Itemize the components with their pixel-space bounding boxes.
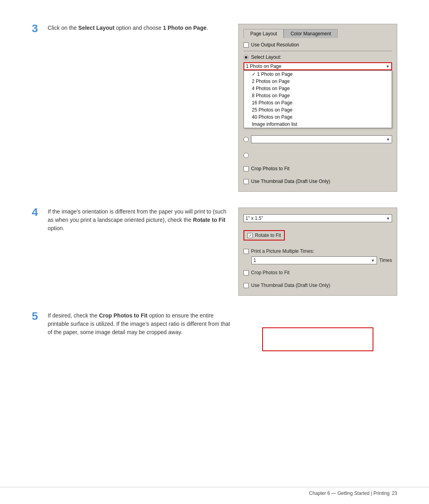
layout-radio-3-button[interactable] — [243, 153, 249, 158]
dropdown-item-25photo[interactable]: 25 Photos on Page — [244, 106, 392, 113]
step-3-widget: Page Layout Color Management Use Output … — [238, 24, 397, 192]
layout-dropdown-container: 1 Photo on Page ▼ 1 Photo on Page 2 Phot… — [243, 62, 392, 70]
tab-color-management[interactable]: Color Management — [284, 29, 338, 38]
dropdown-item-8photo[interactable]: 8 Photos on Page — [244, 92, 392, 99]
step-5-number: 5 — [32, 310, 48, 323]
layout-radio-3 — [243, 153, 392, 158]
footer-chapter: Chapter 6 — Getting Started | Printing — [309, 491, 390, 496]
step-3-body: Click on the Select Layout option and ch… — [48, 24, 238, 32]
crop-photos-fit-label-1: Crop Photos to Fit — [251, 166, 290, 171]
step-5: 5 If desired, check the Crop Photos to F… — [32, 312, 397, 351]
size-select-value: 1" x 1.5" — [245, 215, 263, 221]
step-4-body: If the image's orientation is different … — [48, 208, 238, 233]
select-layout-row: Select Layout: — [243, 54, 392, 60]
footer-text: Chapter 6 — Getting Started | Printing 2… — [309, 491, 397, 496]
print-multiple-row: Print a Picture Multiple Times: — [243, 248, 392, 254]
step-3-text: Click on the Select Layout option and ch… — [48, 24, 230, 32]
step-4-widget: 1" x 1.5" ▼ ✓ Rotate to Fit Print a Pict… — [238, 208, 397, 296]
thumbnail-data-checkbox-1[interactable] — [243, 179, 249, 184]
use-output-resolution-label: Use Output Resolution — [251, 42, 299, 48]
times-row: 1 ▼ Times — [251, 256, 392, 264]
print-multiple-checkbox[interactable] — [243, 249, 249, 254]
crop-photos-fit-checkbox-1[interactable] — [243, 166, 249, 171]
dropdown-item-4photo[interactable]: 4 Photos on Page — [244, 85, 392, 92]
layout-dropdown-trigger[interactable]: 1 Photo on Page ▼ — [243, 62, 392, 70]
step-4-text: If the image's orientation is different … — [48, 208, 230, 233]
dropdown-item-16photo[interactable]: 16 Photos on Page — [244, 99, 392, 106]
layout-dropdown-value: 1 Photo on Page — [246, 63, 281, 69]
page-footer: Chapter 6 — Getting Started | Printing 2… — [0, 487, 429, 496]
step-4-number: 4 — [32, 206, 48, 219]
layout-select-2[interactable]: ▼ — [251, 135, 392, 143]
step-3-number: 3 — [32, 22, 48, 35]
step-5-placeholder — [238, 319, 397, 351]
layout-dropdown-list: 1 Photo on Page 2 Photos on Page 4 Photo… — [243, 70, 392, 128]
layout-select-row-2: ▼ — [251, 135, 392, 143]
layout-select-2-arrow: ▼ — [386, 137, 390, 142]
thumbnail-data-label-1: Use Thumbnail Data (Draft Use Only) — [251, 179, 330, 184]
rotate-to-fit-checkbox[interactable]: ✓ — [247, 233, 253, 238]
size-select-row: 1" x 1.5" ▼ — [243, 214, 392, 222]
step-5-body: If desired, check the Crop Photos to Fit… — [48, 312, 238, 337]
step-5-widget — [238, 312, 397, 351]
dropdown-item-imginfo[interactable]: Image information list — [244, 121, 392, 128]
use-output-resolution-checkbox[interactable] — [243, 42, 249, 48]
panel-divider-1 — [243, 51, 392, 51]
tab-page-layout[interactable]: Page Layout — [243, 29, 284, 38]
step-3: 3 Click on the Select Layout option and … — [32, 24, 397, 192]
thumbnail-data-row-2: Use Thumbnail Data (Draft Use Only) — [243, 283, 392, 288]
thumbnail-data-label-2: Use Thumbnail Data (Draft Use Only) — [251, 283, 330, 288]
times-select-value: 1 — [253, 258, 256, 263]
times-select[interactable]: 1 ▼ — [251, 256, 377, 264]
layout-dropdown-arrow: ▼ — [386, 64, 390, 69]
step-4-panel: 1" x 1.5" ▼ ✓ Rotate to Fit Print a Pict… — [238, 208, 397, 296]
crop-photos-fit-label-2: Crop Photos to Fit — [251, 270, 290, 275]
footer-page: 23 — [392, 491, 397, 496]
rotate-to-fit-box: ✓ Rotate to Fit — [243, 230, 285, 240]
dropdown-item-2photo[interactable]: 2 Photos on Page — [244, 78, 392, 85]
thumbnail-data-row-1: Use Thumbnail Data (Draft Use Only) — [243, 179, 392, 184]
rotate-to-fit-label: Rotate to Fit — [255, 233, 281, 238]
layout-radio-2: ▼ — [243, 134, 392, 145]
select-layout-label: Select Layout: — [251, 54, 281, 60]
step-5-rectangle — [262, 327, 373, 351]
times-label: Times — [379, 258, 392, 263]
step-5-text: If desired, check the Crop Photos to Fit… — [48, 312, 230, 337]
dropdown-item-40photo[interactable]: 40 Photos on Page — [244, 113, 392, 121]
use-output-resolution-row: Use Output Resolution — [243, 42, 392, 48]
crop-photos-fit-row-2: Crop Photos to Fit — [243, 270, 392, 275]
step-4: 4 If the image's orientation is differen… — [32, 208, 397, 296]
crop-photos-fit-row-1: Crop Photos to Fit — [243, 166, 392, 171]
crop-photos-fit-checkbox-2[interactable] — [243, 270, 249, 275]
layout-radio-2-button[interactable] — [243, 137, 249, 142]
times-select-arrow: ▼ — [371, 258, 375, 263]
select-layout-radio[interactable] — [243, 55, 249, 60]
size-select[interactable]: 1" x 1.5" ▼ — [243, 214, 392, 222]
thumbnail-data-checkbox-2[interactable] — [243, 283, 249, 288]
panel-tabs: Page Layout Color Management — [243, 29, 392, 38]
step-3-panel: Page Layout Color Management Use Output … — [238, 24, 397, 192]
dropdown-item-1photo[interactable]: 1 Photo on Page — [244, 71, 392, 78]
size-select-arrow: ▼ — [386, 216, 390, 221]
print-multiple-label: Print a Picture Multiple Times: — [251, 248, 314, 254]
